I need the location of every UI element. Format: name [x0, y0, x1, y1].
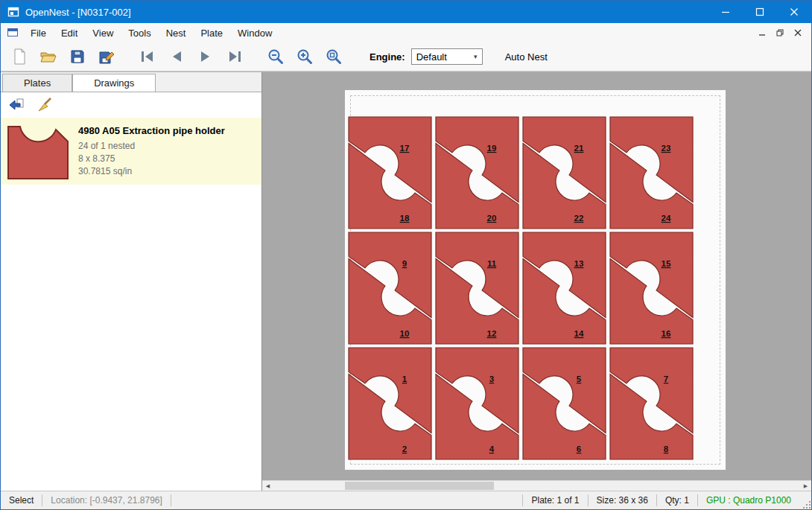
clear-button[interactable] [34, 95, 56, 115]
next-plate-icon [197, 48, 215, 66]
nest-cell[interactable]: 1920 [435, 116, 519, 229]
part-label: 14 [574, 329, 584, 338]
part-label: 8 [664, 444, 669, 453]
part-label: 18 [400, 214, 410, 223]
part-label: 17 [400, 144, 410, 153]
zoom-extents-button[interactable] [321, 45, 346, 68]
status-plate: Plate: 1 of 1 [523, 495, 587, 506]
close-icon [790, 7, 799, 16]
menu-window[interactable]: Window [230, 25, 279, 42]
zoom-in-icon [296, 48, 314, 66]
mdi-restore-button[interactable] [773, 26, 787, 39]
part-label: 16 [662, 329, 671, 338]
maximize-icon [755, 7, 764, 16]
new-button[interactable] [7, 45, 32, 68]
part-label: 4 [489, 444, 495, 453]
titlebar[interactable]: OpenNest - [N0317-002] [1, 1, 811, 23]
status-qty: Qty: 1 [657, 495, 697, 506]
minimize-button[interactable] [708, 1, 743, 23]
zoom-out-icon [267, 48, 285, 66]
nest-cell[interactable]: 78 [609, 347, 694, 460]
scroll-left-button[interactable]: ◀ [262, 481, 273, 491]
previous-plate-icon [168, 48, 185, 66]
scrollbar-track[interactable] [273, 481, 800, 491]
nest-cell[interactable]: 910 [348, 232, 432, 345]
drawing-list-item[interactable]: 4980 A05 Extraction pipe holder 24 of 1 … [1, 118, 261, 185]
scrollbar-thumb[interactable] [345, 482, 494, 490]
engine-selected-value: Default [416, 51, 447, 63]
part-label: 24 [662, 214, 671, 223]
drawing-info: 4980 A05 Extraction pipe holder 24 of 1 … [78, 122, 225, 180]
scroll-right-button[interactable]: ▶ [800, 481, 811, 491]
part-label: 19 [487, 144, 497, 153]
status-gpu: GPU : Quadro P1000 [698, 495, 799, 506]
part-label: 6 [577, 444, 581, 453]
part-label: 11 [487, 259, 497, 268]
menu-file[interactable]: File [23, 25, 54, 42]
nest-cell[interactable]: 56 [522, 347, 606, 460]
status-location: Location: [-0.9437, 21.8796] [42, 495, 170, 506]
mdi-child-icon[interactable] [7, 27, 19, 39]
nest-cell[interactable]: 1718 [348, 116, 432, 229]
previous-plate-button[interactable] [164, 45, 189, 68]
zoom-in-button[interactable] [292, 45, 317, 68]
nest-cell[interactable]: 34 [435, 347, 519, 460]
save-icon [69, 48, 86, 66]
return-drawing-button[interactable] [5, 95, 28, 115]
menu-plate[interactable]: Plate [193, 25, 230, 42]
minimize-icon [721, 7, 730, 16]
next-plate-button[interactable] [193, 45, 218, 68]
part-thumbnail [7, 122, 69, 180]
nest-cell[interactable]: 1112 [435, 232, 519, 345]
first-plate-button[interactable] [135, 45, 160, 68]
nest-cell[interactable]: 1516 [609, 232, 694, 345]
menu-view[interactable]: View [85, 25, 121, 42]
window-title: OpenNest - [N0317-002] [25, 7, 131, 18]
auto-nest-button[interactable]: Auto Nest [499, 48, 554, 66]
maximize-button[interactable] [743, 1, 777, 23]
last-plate-icon [226, 48, 244, 66]
menu-edit[interactable]: Edit [54, 25, 85, 42]
status-size: Size: 36 x 36 [589, 495, 656, 506]
clear-icon [36, 96, 54, 114]
nest-cell[interactable]: 1314 [522, 232, 606, 345]
part-label: 5 [577, 374, 582, 383]
tab-plates[interactable]: Plates [2, 74, 72, 92]
canvas-horizontal-scrollbar[interactable]: ◀ ▶ [262, 480, 811, 491]
nest-cell[interactable]: 2122 [522, 116, 606, 229]
engine-select[interactable]: Default ▾ [411, 48, 483, 65]
part-label: 7 [664, 374, 668, 383]
zoom-out-button[interactable] [263, 45, 288, 68]
nest-cell[interactable]: 12 [348, 347, 432, 460]
return-drawing-icon [7, 96, 25, 114]
plate[interactable]: 171819202122232491011121314151612345678 [344, 89, 726, 471]
resize-grip[interactable] [799, 491, 811, 509]
restore-icon [776, 29, 784, 36]
dropdown-arrow-icon[interactable]: ▾ [469, 53, 482, 60]
part-label: 1 [402, 374, 407, 383]
mdi-minimize-button[interactable] [755, 26, 770, 39]
close-icon [794, 29, 802, 36]
drawing-size: 8 x 8.375 [78, 153, 225, 165]
part-label: 21 [574, 144, 584, 153]
zoom-extents-icon [325, 48, 343, 66]
drawing-title: 4980 A05 Extraction pipe holder [78, 125, 225, 136]
open-button[interactable] [36, 45, 61, 68]
menubar: File Edit View Tools Nest Plate Window [1, 23, 811, 42]
nest-canvas[interactable]: 171819202122232491011121314151612345678 … [262, 72, 811, 491]
save-as-button[interactable] [94, 45, 119, 68]
engine-label: Engine: [369, 51, 405, 63]
part-label: 22 [574, 214, 584, 223]
save-button[interactable] [65, 45, 90, 68]
last-plate-button[interactable] [222, 45, 247, 68]
part-label: 2 [402, 444, 407, 453]
close-button[interactable] [777, 1, 811, 23]
menu-nest[interactable]: Nest [159, 25, 194, 42]
tab-drawings[interactable]: Drawings [72, 74, 156, 92]
menu-tools[interactable]: Tools [121, 25, 158, 42]
part-label: 23 [662, 144, 671, 153]
part-label: 13 [574, 259, 584, 268]
part-label: 9 [402, 259, 407, 268]
nest-cell[interactable]: 2324 [609, 116, 694, 229]
mdi-close-button[interactable] [790, 26, 805, 39]
